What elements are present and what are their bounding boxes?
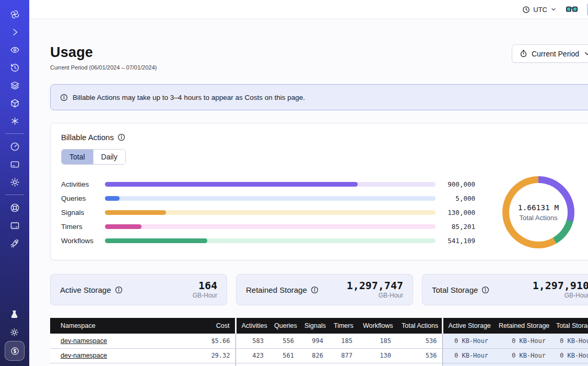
stopwatch-icon — [520, 50, 527, 58]
col-header-timers: Timers — [328, 318, 358, 334]
title-row: Usage Current Period (06/01/2024 – 07/01… — [50, 44, 588, 71]
namespace-link[interactable]: dev-namespace — [61, 352, 107, 359]
timezone-selector[interactable]: UTC — [522, 6, 557, 14]
bar-track — [105, 210, 436, 215]
namespace-cell: dev-namespace — [50, 348, 189, 363]
sidebar-item-namespaces[interactable] — [5, 41, 24, 59]
billable-actions-header: Billable Actions — [61, 133, 588, 142]
sidebar-item-support[interactable] — [5, 199, 24, 216]
banner-text: Billable Actions may take up to 3–4 hour… — [73, 94, 305, 101]
cell-retained-storage: 0 KB-Hour — [493, 363, 551, 366]
cell-activities: 583 — [236, 334, 269, 348]
cell-timers: 185 — [328, 334, 358, 348]
bar-row-queries: Queries5,000 — [61, 195, 475, 201]
sidebar-item-pricing[interactable] — [5, 341, 25, 361]
sidebar-divider — [5, 195, 24, 195]
col-header-activities: Activities — [236, 318, 269, 334]
bar-track — [105, 182, 436, 187]
sidebar-item-layers[interactable] — [5, 76, 24, 94]
info-icon[interactable] — [311, 286, 319, 294]
labs-icon — [9, 310, 19, 319]
storage-label-text: Retained Storage — [246, 285, 307, 294]
sidebar-groups — [5, 5, 24, 252]
cell-workflows: 185 — [358, 334, 396, 348]
storage-card-number: 164GB-Hour — [193, 280, 217, 299]
billable-actions-chart: Activities900,000Queries5,000Signals130,… — [61, 176, 588, 248]
col-header-namespace: Namespace — [50, 318, 189, 334]
bar-track — [105, 238, 436, 243]
bar-fill — [105, 182, 358, 187]
sidebar-item-deployments[interactable] — [5, 94, 24, 112]
storage-card-label: Active Storage — [60, 285, 123, 294]
namespace-cell: dev-namespace — [50, 334, 189, 348]
bar-row-signals: Signals130,000 — [61, 209, 475, 215]
cell-cost: 29.32 — [189, 348, 236, 363]
bar-value: 85,201 — [442, 223, 475, 231]
cell-workflows: 600 — [358, 363, 396, 366]
info-banner: Billable Actions may take up to 3–4 hour… — [50, 84, 588, 110]
cell-activities: 423 — [236, 348, 269, 363]
sidebar-item-schedules[interactable] — [5, 59, 24, 76]
info-icon[interactable] — [481, 286, 489, 294]
title-block: Usage Current Period (06/01/2024 – 07/01… — [50, 44, 157, 71]
storage-card-retained-storage: Retained Storage1,297,747GB-Hour — [236, 274, 413, 305]
cell-signals: 826 — [299, 348, 328, 363]
cell-total-storage: 0 KB-Hour — [551, 334, 588, 348]
cell-timers: 877 — [328, 348, 358, 363]
col-header-signals: Signals — [299, 318, 328, 334]
storage-card-total-storage: Total Storage1,297,910GB-Hour — [422, 274, 588, 305]
total-daily-tabs: TotalDaily — [61, 149, 126, 165]
page-title: Usage — [50, 44, 157, 61]
sidebar-item-chevron-right[interactable] — [5, 23, 24, 41]
period-button-label: Current Period — [532, 50, 579, 58]
cell-workflows: 130 — [358, 348, 396, 363]
cell-queries: 536 — [269, 363, 299, 366]
donut-center: 1.66131 M Total Actions — [509, 183, 568, 242]
sidebar-item-cli[interactable] — [5, 216, 24, 234]
page-subtitle: Current Period (06/01/2024 – 07/01/2024) — [50, 64, 157, 71]
info-icon[interactable] — [115, 286, 123, 294]
info-icon[interactable] — [117, 133, 125, 141]
sidebar-item-getting-started[interactable] — [5, 234, 24, 252]
namespace-cell: dev-namespace — [50, 363, 189, 366]
sidebar-item-temporal-logo[interactable] — [5, 5, 24, 23]
sidebar-item-theme[interactable] — [5, 323, 23, 341]
storage-value: 1,297,910 — [533, 280, 588, 291]
tab-daily[interactable]: Daily — [93, 150, 125, 164]
col-header-queries: Queries — [269, 318, 299, 334]
namespace-link[interactable]: dev-namespace — [61, 337, 107, 345]
col-header-retained-storage: Retained Storage — [493, 318, 551, 334]
sidebar-item-usage[interactable] — [5, 138, 24, 155]
sidebar-item-billing[interactable] — [5, 155, 24, 173]
tab-total[interactable]: Total — [62, 150, 93, 164]
sidebar-item-nexus[interactable] — [5, 112, 24, 130]
col-header-total-storage: Total Storage — [551, 318, 588, 334]
bar-chart: Activities900,000Queries5,000Signals130,… — [61, 181, 489, 244]
usage-table-wrap: NamespaceCostActivitiesQueriesSignalsTim… — [50, 318, 588, 366]
donut-total-value: 1.66131 M — [518, 203, 559, 212]
nexus-icon — [10, 116, 20, 126]
bar-label: Activities — [61, 180, 99, 188]
sidebar-group — [5, 5, 24, 130]
sidebar-item-labs[interactable] — [5, 305, 23, 323]
cell-active-storage: 0 KB-Hour — [442, 334, 493, 348]
bar-fill — [105, 224, 142, 229]
cell-total-storage: 0 KB-Hour — [551, 348, 588, 363]
period-dropdown-button[interactable]: Current Period — [512, 44, 588, 63]
cell-total-actions: 130 — [396, 363, 442, 366]
storage-label-text: Active Storage — [60, 285, 111, 294]
sidebar-item-settings[interactable] — [5, 173, 24, 191]
cell-timers: 816 — [328, 363, 358, 366]
labs-glasses-toggle[interactable] — [566, 5, 578, 14]
temporal-logo-icon — [10, 9, 20, 19]
storage-card-active-storage: Active Storage164GB-Hour — [50, 274, 227, 305]
donut-wrap: 1.66131 M Total Actions — [489, 176, 588, 248]
theme-icon — [9, 327, 19, 337]
bar-label: Signals — [61, 209, 99, 216]
storage-unit: GB-Hour — [193, 292, 217, 299]
glasses-icon — [566, 5, 578, 14]
namespaces-icon — [10, 45, 20, 55]
cell-activities: 492 — [236, 363, 269, 366]
pricing-icon — [10, 346, 20, 356]
cli-icon — [10, 221, 20, 231]
